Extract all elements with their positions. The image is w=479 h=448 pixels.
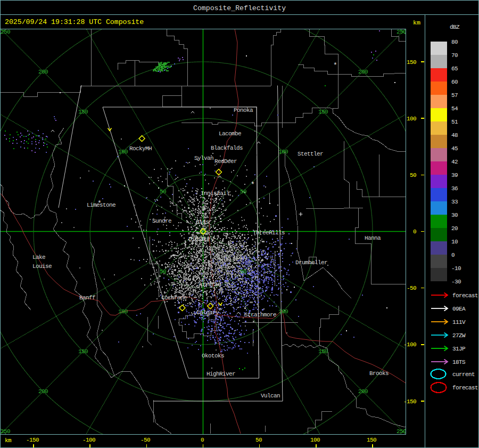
svg-text:Sylvan: Sylvan [194,155,213,161]
svg-text:Banff: Banff [79,295,95,301]
svg-text:250: 250 [397,428,406,435]
svg-text:Didsbury: Didsbury [188,236,214,242]
svg-text:150: 150 [367,437,376,443]
svg-text:20: 20 [451,225,458,232]
svg-text:Louise: Louise [32,263,52,270]
svg-text:30: 30 [451,212,458,218]
svg-text:dBZ: dBZ [450,24,460,30]
svg-text:-100: -100 [403,341,416,348]
svg-text:Innisfail: Innisfail [201,190,229,197]
svg-text:57: 57 [451,92,458,99]
svg-text:50: 50 [255,437,262,443]
svg-text:100: 100 [407,116,416,122]
svg-text:250: 250 [1,29,10,35]
svg-text:50: 50 [410,172,416,178]
svg-text:100: 100 [278,149,288,155]
svg-text:200: 200 [358,388,368,395]
svg-text:200: 200 [38,69,48,75]
svg-text:Strathmore: Strathmore [244,312,276,318]
svg-text:Composite_Reflectivity: Composite_Reflectivity [193,4,286,12]
svg-text:Blackfalds: Blackfalds [211,145,243,151]
svg-text:10: 10 [451,239,458,245]
svg-text:-50: -50 [407,285,416,291]
svg-text:Okotoks: Okotoks [202,353,224,359]
svg-text:50: 50 [240,189,246,195]
svg-text:150: 150 [318,348,328,355]
svg-text:0: 0 [451,252,455,258]
svg-text:70: 70 [451,52,458,59]
svg-text:111V: 111V [452,319,466,325]
svg-text:50: 50 [160,268,166,275]
svg-text:km: km [413,19,420,27]
svg-text:36: 36 [451,185,458,192]
svg-text:Drumheller: Drumheller [295,259,327,266]
svg-text:18TS: 18TS [452,359,466,365]
svg-text:200: 200 [358,69,368,75]
svg-text:Vulcan: Vulcan [261,393,280,399]
svg-text:39: 39 [451,172,458,178]
svg-text:48: 48 [451,132,458,139]
svg-text:0: 0 [413,229,416,235]
svg-text:Lacombe: Lacombe [219,131,241,137]
svg-text:km: km [5,437,12,444]
svg-text:Cochrane: Cochrane [161,295,187,301]
svg-text:Stettler: Stettler [298,151,323,157]
svg-text:Olds: Olds [196,219,209,225]
svg-text:150: 150 [78,348,88,355]
svg-text:-30: -30 [451,279,461,285]
svg-text:09EA: 09EA [452,306,466,312]
svg-text:Lake: Lake [32,254,45,260]
svg-text:100: 100 [278,308,288,315]
svg-text:*: * [97,199,102,207]
svg-text:33: 33 [451,199,458,205]
svg-text:forecast: forecast [452,292,478,299]
svg-text:65: 65 [451,66,458,72]
svg-text:*: * [251,181,255,189]
svg-text:current: current [452,371,475,378]
svg-text:42: 42 [451,159,458,165]
svg-text:100: 100 [118,149,128,155]
svg-text:Hanna: Hanna [365,235,381,241]
svg-text:45: 45 [451,145,458,152]
svg-text:250: 250 [1,428,10,435]
svg-text:-150: -150 [26,437,39,443]
svg-text:*: * [333,61,337,69]
svg-text:100: 100 [118,308,128,315]
svg-text:forecast: forecast [452,385,478,391]
svg-text:Calgary: Calgary [196,309,219,316]
svg-text:RedDeer: RedDeer [214,158,237,165]
svg-text:-50: -50 [141,437,150,443]
svg-text:80: 80 [451,39,458,45]
svg-text:100: 100 [310,437,320,443]
svg-text:54: 54 [451,105,458,112]
svg-text:-10: -10 [451,265,461,272]
svg-text:-100: -100 [82,437,95,443]
svg-text:Brooks: Brooks [369,370,389,377]
svg-text:Ponoka: Ponoka [234,107,253,113]
svg-text:150: 150 [318,109,328,115]
svg-text:ThreeHills: ThreeHills [253,230,285,236]
svg-text:0: 0 [201,437,204,443]
svg-text:51: 51 [451,119,458,125]
svg-text:-150: -150 [403,398,416,405]
svg-text:31JP: 31JP [452,346,466,352]
svg-text:150: 150 [78,109,88,115]
svg-text:2025/09/24 19:31:28 UTC Compos: 2025/09/24 19:31:28 UTC Composite [5,18,144,26]
svg-text:RockyMH: RockyMH [129,145,152,152]
svg-text:250: 250 [397,29,406,35]
svg-text:60: 60 [451,79,458,85]
svg-text:50: 50 [240,268,246,275]
svg-text:HighRiver: HighRiver [207,371,235,377]
svg-text:Sundre: Sundre [152,218,171,224]
svg-text:27ZW: 27ZW [452,332,466,339]
svg-text:50: 50 [160,189,166,195]
svg-text:Airdrie: Airdrie [199,281,221,288]
svg-text:150: 150 [407,59,416,66]
svg-text:200: 200 [38,388,48,395]
